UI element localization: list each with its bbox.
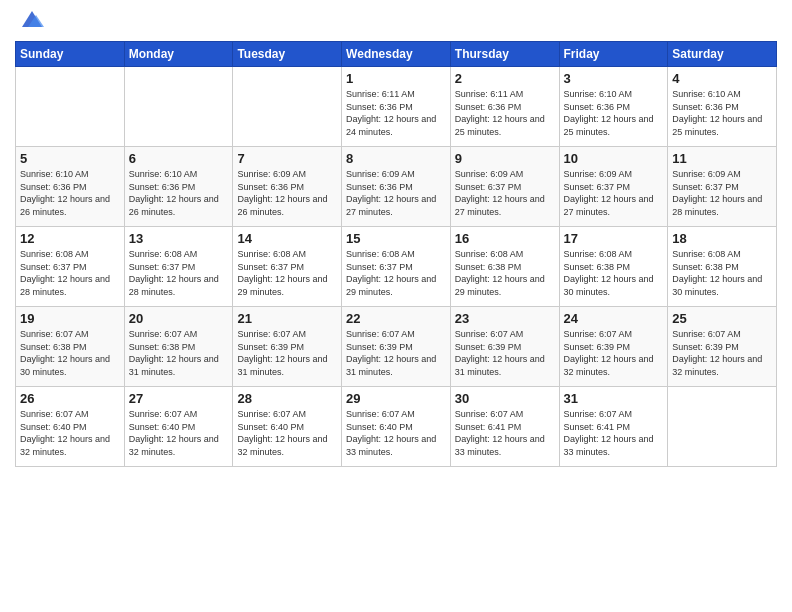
calendar-header: SundayMondayTuesdayWednesdayThursdayFrid… [16, 42, 777, 67]
day-info: Sunrise: 6:11 AM Sunset: 6:36 PM Dayligh… [346, 88, 446, 138]
calendar-cell: 21Sunrise: 6:07 AM Sunset: 6:39 PM Dayli… [233, 307, 342, 387]
day-info: Sunrise: 6:08 AM Sunset: 6:38 PM Dayligh… [564, 248, 664, 298]
day-info: Sunrise: 6:07 AM Sunset: 6:41 PM Dayligh… [564, 408, 664, 458]
weekday-header-wednesday: Wednesday [342, 42, 451, 67]
day-number: 12 [20, 231, 120, 246]
day-number: 20 [129, 311, 229, 326]
calendar-cell [124, 67, 233, 147]
day-number: 3 [564, 71, 664, 86]
day-number: 21 [237, 311, 337, 326]
calendar-cell: 25Sunrise: 6:07 AM Sunset: 6:39 PM Dayli… [668, 307, 777, 387]
day-info: Sunrise: 6:10 AM Sunset: 6:36 PM Dayligh… [129, 168, 229, 218]
day-info: Sunrise: 6:10 AM Sunset: 6:36 PM Dayligh… [564, 88, 664, 138]
calendar-cell [668, 387, 777, 467]
calendar-cell: 27Sunrise: 6:07 AM Sunset: 6:40 PM Dayli… [124, 387, 233, 467]
day-number: 6 [129, 151, 229, 166]
weekday-header-monday: Monday [124, 42, 233, 67]
day-info: Sunrise: 6:07 AM Sunset: 6:39 PM Dayligh… [346, 328, 446, 378]
day-info: Sunrise: 6:09 AM Sunset: 6:36 PM Dayligh… [346, 168, 446, 218]
weekday-header-saturday: Saturday [668, 42, 777, 67]
day-info: Sunrise: 6:10 AM Sunset: 6:36 PM Dayligh… [20, 168, 120, 218]
calendar-cell: 31Sunrise: 6:07 AM Sunset: 6:41 PM Dayli… [559, 387, 668, 467]
header [15, 10, 777, 33]
day-info: Sunrise: 6:07 AM Sunset: 6:38 PM Dayligh… [129, 328, 229, 378]
day-number: 5 [20, 151, 120, 166]
calendar-body: 1Sunrise: 6:11 AM Sunset: 6:36 PM Daylig… [16, 67, 777, 467]
day-info: Sunrise: 6:07 AM Sunset: 6:40 PM Dayligh… [237, 408, 337, 458]
day-number: 2 [455, 71, 555, 86]
day-number: 30 [455, 391, 555, 406]
calendar-cell: 1Sunrise: 6:11 AM Sunset: 6:36 PM Daylig… [342, 67, 451, 147]
day-number: 29 [346, 391, 446, 406]
calendar-cell: 7Sunrise: 6:09 AM Sunset: 6:36 PM Daylig… [233, 147, 342, 227]
calendar-cell: 9Sunrise: 6:09 AM Sunset: 6:37 PM Daylig… [450, 147, 559, 227]
calendar-cell: 28Sunrise: 6:07 AM Sunset: 6:40 PM Dayli… [233, 387, 342, 467]
day-number: 25 [672, 311, 772, 326]
calendar-cell: 26Sunrise: 6:07 AM Sunset: 6:40 PM Dayli… [16, 387, 125, 467]
calendar-cell: 13Sunrise: 6:08 AM Sunset: 6:37 PM Dayli… [124, 227, 233, 307]
day-number: 8 [346, 151, 446, 166]
calendar-cell: 16Sunrise: 6:08 AM Sunset: 6:38 PM Dayli… [450, 227, 559, 307]
day-info: Sunrise: 6:09 AM Sunset: 6:37 PM Dayligh… [564, 168, 664, 218]
calendar-cell: 14Sunrise: 6:08 AM Sunset: 6:37 PM Dayli… [233, 227, 342, 307]
day-info: Sunrise: 6:07 AM Sunset: 6:39 PM Dayligh… [564, 328, 664, 378]
day-info: Sunrise: 6:07 AM Sunset: 6:41 PM Dayligh… [455, 408, 555, 458]
day-info: Sunrise: 6:07 AM Sunset: 6:40 PM Dayligh… [20, 408, 120, 458]
calendar-cell: 29Sunrise: 6:07 AM Sunset: 6:40 PM Dayli… [342, 387, 451, 467]
page: SundayMondayTuesdayWednesdayThursdayFrid… [0, 0, 792, 612]
day-number: 18 [672, 231, 772, 246]
day-info: Sunrise: 6:07 AM Sunset: 6:38 PM Dayligh… [20, 328, 120, 378]
day-number: 17 [564, 231, 664, 246]
day-number: 15 [346, 231, 446, 246]
day-number: 14 [237, 231, 337, 246]
week-row-4: 26Sunrise: 6:07 AM Sunset: 6:40 PM Dayli… [16, 387, 777, 467]
day-number: 28 [237, 391, 337, 406]
calendar-cell: 24Sunrise: 6:07 AM Sunset: 6:39 PM Dayli… [559, 307, 668, 387]
calendar-cell: 6Sunrise: 6:10 AM Sunset: 6:36 PM Daylig… [124, 147, 233, 227]
day-number: 10 [564, 151, 664, 166]
calendar-cell: 17Sunrise: 6:08 AM Sunset: 6:38 PM Dayli… [559, 227, 668, 307]
calendar-cell: 15Sunrise: 6:08 AM Sunset: 6:37 PM Dayli… [342, 227, 451, 307]
day-info: Sunrise: 6:07 AM Sunset: 6:39 PM Dayligh… [237, 328, 337, 378]
day-info: Sunrise: 6:07 AM Sunset: 6:40 PM Dayligh… [129, 408, 229, 458]
week-row-3: 19Sunrise: 6:07 AM Sunset: 6:38 PM Dayli… [16, 307, 777, 387]
calendar-cell: 12Sunrise: 6:08 AM Sunset: 6:37 PM Dayli… [16, 227, 125, 307]
weekday-header-friday: Friday [559, 42, 668, 67]
calendar-cell: 19Sunrise: 6:07 AM Sunset: 6:38 PM Dayli… [16, 307, 125, 387]
week-row-1: 5Sunrise: 6:10 AM Sunset: 6:36 PM Daylig… [16, 147, 777, 227]
calendar-cell: 23Sunrise: 6:07 AM Sunset: 6:39 PM Dayli… [450, 307, 559, 387]
day-number: 1 [346, 71, 446, 86]
day-info: Sunrise: 6:08 AM Sunset: 6:38 PM Dayligh… [455, 248, 555, 298]
day-number: 27 [129, 391, 229, 406]
weekday-header-tuesday: Tuesday [233, 42, 342, 67]
calendar-cell: 22Sunrise: 6:07 AM Sunset: 6:39 PM Dayli… [342, 307, 451, 387]
day-number: 7 [237, 151, 337, 166]
day-info: Sunrise: 6:07 AM Sunset: 6:39 PM Dayligh… [455, 328, 555, 378]
calendar-cell: 3Sunrise: 6:10 AM Sunset: 6:36 PM Daylig… [559, 67, 668, 147]
calendar: SundayMondayTuesdayWednesdayThursdayFrid… [15, 41, 777, 467]
day-info: Sunrise: 6:10 AM Sunset: 6:36 PM Dayligh… [672, 88, 772, 138]
day-number: 22 [346, 311, 446, 326]
day-number: 9 [455, 151, 555, 166]
weekday-header-thursday: Thursday [450, 42, 559, 67]
calendar-cell: 10Sunrise: 6:09 AM Sunset: 6:37 PM Dayli… [559, 147, 668, 227]
week-row-2: 12Sunrise: 6:08 AM Sunset: 6:37 PM Dayli… [16, 227, 777, 307]
logo [15, 10, 46, 33]
calendar-cell: 11Sunrise: 6:09 AM Sunset: 6:37 PM Dayli… [668, 147, 777, 227]
calendar-cell: 4Sunrise: 6:10 AM Sunset: 6:36 PM Daylig… [668, 67, 777, 147]
calendar-cell: 18Sunrise: 6:08 AM Sunset: 6:38 PM Dayli… [668, 227, 777, 307]
day-info: Sunrise: 6:09 AM Sunset: 6:36 PM Dayligh… [237, 168, 337, 218]
day-number: 23 [455, 311, 555, 326]
calendar-cell: 20Sunrise: 6:07 AM Sunset: 6:38 PM Dayli… [124, 307, 233, 387]
day-number: 19 [20, 311, 120, 326]
logo-icon [18, 5, 46, 33]
day-number: 24 [564, 311, 664, 326]
day-number: 26 [20, 391, 120, 406]
calendar-cell: 8Sunrise: 6:09 AM Sunset: 6:36 PM Daylig… [342, 147, 451, 227]
day-number: 4 [672, 71, 772, 86]
calendar-cell [233, 67, 342, 147]
day-info: Sunrise: 6:07 AM Sunset: 6:39 PM Dayligh… [672, 328, 772, 378]
calendar-cell: 5Sunrise: 6:10 AM Sunset: 6:36 PM Daylig… [16, 147, 125, 227]
calendar-cell: 30Sunrise: 6:07 AM Sunset: 6:41 PM Dayli… [450, 387, 559, 467]
week-row-0: 1Sunrise: 6:11 AM Sunset: 6:36 PM Daylig… [16, 67, 777, 147]
